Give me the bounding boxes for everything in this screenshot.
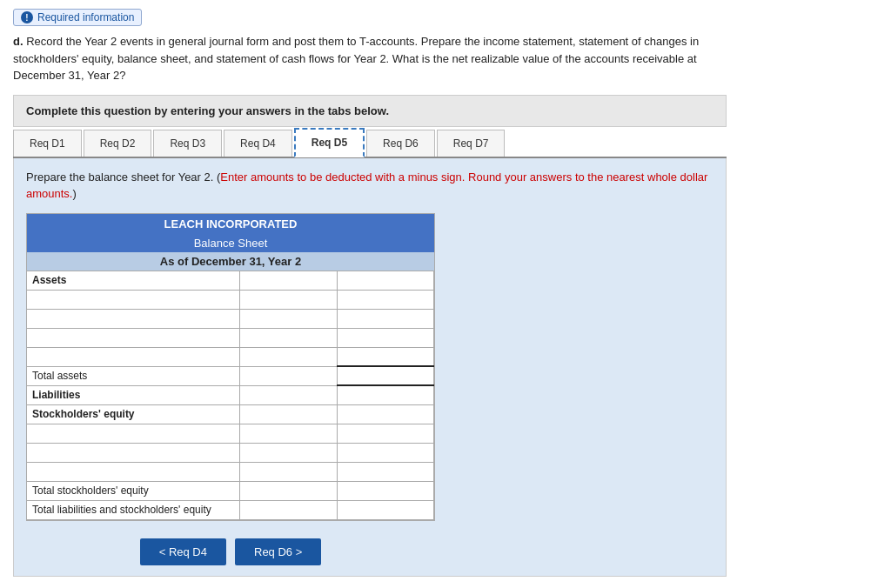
assets-row3-label-input[interactable]	[32, 331, 234, 344]
stockholders-header-row: Stockholders' equity	[27, 404, 434, 424]
total-se-num2[interactable]	[337, 481, 433, 500]
liabilities-header-row: Liabilities	[27, 385, 434, 404]
total-assets-num1-input[interactable]	[245, 370, 331, 382]
total-se-row: Total stockholders' equity	[27, 481, 434, 500]
total-se-num1-input[interactable]	[245, 484, 331, 497]
assets-row2-num2-input[interactable]	[343, 312, 428, 324]
total-liab-se-num2-input[interactable]	[343, 504, 428, 516]
liabilities-col1-input[interactable]	[245, 389, 331, 401]
assets-row3-num1-input[interactable]	[245, 331, 331, 344]
assets-row3-num2[interactable]	[337, 328, 433, 347]
se-row2-label-input[interactable]	[32, 446, 234, 458]
question-text: d. Record the Year 2 events in general j…	[13, 33, 727, 84]
assets-header-row: Assets	[27, 271, 434, 290]
total-liab-se-num2[interactable]	[337, 500, 433, 519]
tabs-container: Req D1 Req D2 Req D3 Req D4 Req D5 Req D…	[13, 127, 727, 158]
se-row1-num2[interactable]	[337, 424, 433, 443]
next-button[interactable]: Req D6 >	[235, 538, 321, 565]
tab-content: Prepare the balance sheet for Year 2. (E…	[13, 158, 727, 577]
liabilities-col2[interactable]	[337, 385, 433, 404]
assets-row4-num2-input[interactable]	[343, 351, 428, 363]
assets-row-2	[27, 309, 434, 328]
assets-row-4	[27, 347, 434, 366]
tab-req-d4[interactable]: Req D4	[224, 130, 292, 157]
tab-req-d6[interactable]: Req D6	[366, 130, 435, 157]
assets-label: Assets	[27, 271, 240, 290]
total-se-num1[interactable]	[240, 481, 337, 500]
assets-col1-header	[240, 271, 337, 290]
bs-title: Balance Sheet	[27, 234, 434, 252]
assets-row2-num2[interactable]	[337, 309, 433, 328]
total-liab-se-row: Total liabilities and stockholders' equi…	[27, 500, 434, 519]
assets-row3-label[interactable]	[27, 328, 240, 347]
balance-sheet: LEACH INCORPORATED Balance Sheet As of D…	[26, 213, 435, 521]
se-row2-label[interactable]	[27, 443, 240, 462]
assets-row1-num1[interactable]	[240, 290, 337, 309]
total-assets-num2-input[interactable]	[343, 370, 428, 382]
assets-row4-num1-input[interactable]	[245, 351, 331, 363]
se-row1-num2-input[interactable]	[343, 427, 428, 439]
bs-table: Assets	[27, 271, 434, 520]
assets-row1-num1-input[interactable]	[245, 293, 331, 305]
assets-row2-label-input[interactable]	[32, 312, 234, 324]
assets-row4-label[interactable]	[27, 347, 240, 366]
complete-text: Complete this question by entering your …	[26, 104, 713, 117]
se-row2-num1-input[interactable]	[245, 446, 331, 458]
total-se-label: Total stockholders' equity	[27, 481, 240, 500]
liabilities-col2-input[interactable]	[343, 389, 428, 401]
total-liab-se-label: Total liabilities and stockholders' equi…	[27, 500, 240, 519]
se-row2-num1[interactable]	[240, 443, 337, 462]
exclamation-icon: !	[21, 11, 33, 23]
stockholders-col2	[337, 404, 433, 424]
tab-req-d2[interactable]: Req D2	[84, 130, 152, 157]
nav-buttons: < Req D4 Req D6 >	[26, 538, 435, 565]
se-row1-num1-input[interactable]	[245, 427, 331, 439]
tab-req-d7[interactable]: Req D7	[437, 130, 506, 157]
liabilities-col1[interactable]	[240, 385, 337, 404]
assets-col2-header	[337, 271, 433, 290]
se-row3-label[interactable]	[27, 462, 240, 481]
assets-row1-label[interactable]	[27, 290, 240, 309]
assets-row1-num2[interactable]	[337, 290, 433, 309]
required-label: Required information	[37, 11, 134, 23]
total-liab-se-num1-input[interactable]	[245, 504, 331, 516]
total-liab-se-num1[interactable]	[240, 500, 337, 519]
se-row3-label-input[interactable]	[32, 465, 234, 478]
total-assets-num2[interactable]	[337, 366, 433, 385]
total-se-num2-input[interactable]	[343, 484, 428, 497]
prev-button[interactable]: < Req D4	[140, 538, 226, 565]
se-row3-num2-input[interactable]	[343, 465, 428, 478]
instruction-text: Prepare the balance sheet for Year 2. (E…	[26, 169, 713, 203]
assets-row1-label-input[interactable]	[32, 293, 234, 305]
assets-row2-num1-input[interactable]	[245, 312, 331, 324]
se-row-3	[27, 462, 434, 481]
se-row3-num1[interactable]	[240, 462, 337, 481]
se-row2-num2[interactable]	[337, 443, 433, 462]
se-row2-num2-input[interactable]	[343, 446, 428, 458]
assets-row4-num1[interactable]	[240, 347, 337, 366]
tab-req-d1[interactable]: Req D1	[13, 130, 82, 157]
assets-row1-num2-input[interactable]	[343, 293, 428, 305]
bs-date: As of December 31, Year 2	[27, 252, 434, 271]
stockholders-label: Stockholders' equity	[27, 404, 240, 424]
total-assets-label: Total assets	[27, 366, 240, 385]
assets-row3-num2-input[interactable]	[343, 331, 428, 344]
assets-row4-label-input[interactable]	[32, 351, 234, 363]
se-row1-label-input[interactable]	[32, 427, 234, 439]
se-row1-label[interactable]	[27, 424, 240, 443]
assets-row-1	[27, 290, 434, 309]
assets-row4-num2[interactable]	[337, 347, 433, 366]
tab-req-d5[interactable]: Req D5	[294, 128, 365, 157]
bs-company: LEACH INCORPORATED	[27, 214, 434, 234]
assets-row3-num1[interactable]	[240, 328, 337, 347]
se-row1-num1[interactable]	[240, 424, 337, 443]
se-row3-num2[interactable]	[337, 462, 433, 481]
required-badge: ! Required information	[13, 9, 142, 26]
tab-req-d3[interactable]: Req D3	[153, 130, 222, 157]
total-assets-num1[interactable]	[240, 366, 337, 385]
se-row3-num1-input[interactable]	[245, 465, 331, 478]
se-row-2	[27, 443, 434, 462]
assets-row2-label[interactable]	[27, 309, 240, 328]
liabilities-label: Liabilities	[27, 385, 240, 404]
assets-row2-num1[interactable]	[240, 309, 337, 328]
